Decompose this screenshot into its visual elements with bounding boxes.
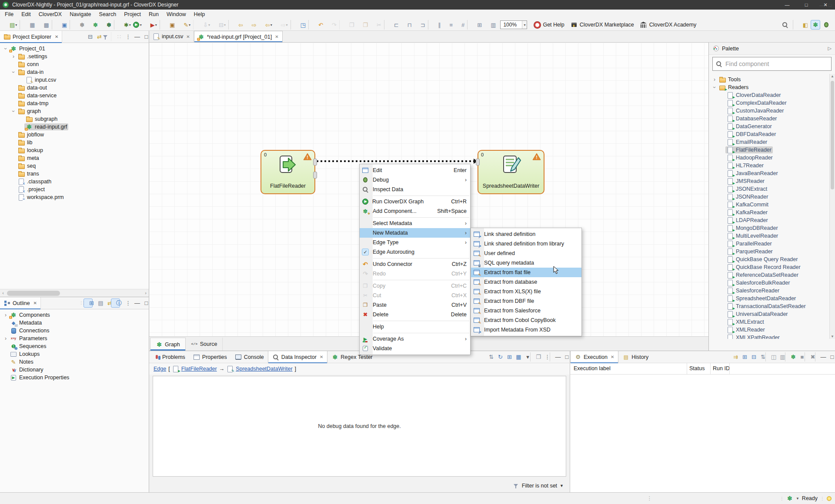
editor-tab[interactable]: *read-input.grf [Project_01] ✕	[194, 31, 283, 42]
palette-item[interactable]: HadoopReader	[709, 154, 829, 162]
academy-button[interactable]: CloverDX Academy	[637, 20, 699, 30]
palette-item[interactable]: ParallelReader	[709, 240, 829, 248]
palette-item[interactable]: MongoDBReader	[709, 224, 829, 232]
explorer-tree-item[interactable]: conn	[0, 60, 149, 68]
zoom-dropdown-icon[interactable]: ▾	[522, 21, 527, 29]
view-tab[interactable]: Execution ✕	[570, 351, 618, 363]
align-center-button[interactable]: ⊓	[400, 20, 413, 30]
table-view-button[interactable]: ▦	[511, 352, 520, 361]
scroll-right-icon[interactable]: ›	[143, 290, 149, 295]
submenu-item[interactable]: Extract from Cobol CopyBook	[471, 315, 581, 325]
auto-layout-button[interactable]: #	[454, 20, 465, 30]
context-menu-item[interactable]: Run CloverDX Graph Ctrl+R	[360, 197, 470, 206]
maximize-button[interactable]: □	[138, 32, 147, 41]
get-help-button[interactable]: Get Help	[531, 20, 567, 30]
vertical-scrollbar[interactable]: ▲ ▼	[829, 74, 835, 339]
expander-icon[interactable]	[10, 69, 17, 75]
expander-icon[interactable]	[3, 46, 9, 52]
context-menu-item[interactable]: Edit Enter	[360, 166, 470, 175]
maximize-button[interactable]: □	[559, 352, 568, 361]
palette-item[interactable]: JMSReader	[709, 177, 829, 185]
explorer-tree-item[interactable]: read-input.grf	[0, 123, 149, 131]
clover-server-button[interactable]: ✽	[70, 20, 85, 30]
outline-item[interactable]: Connections	[0, 327, 149, 335]
view-tab[interactable]: Console	[231, 351, 268, 363]
breadcrumb-from-link[interactable]: FlatFileReader	[181, 366, 217, 372]
context-menu-item[interactable]: Validate	[360, 344, 470, 353]
context-menu-item[interactable]: Cut Ctrl+X	[360, 291, 470, 300]
explorer-tree-item[interactable]: jobflow	[0, 131, 149, 139]
context-menu-item[interactable]: Paste Ctrl+V	[360, 300, 470, 310]
explorer-tree-item[interactable]: trans	[0, 170, 149, 178]
menu-item[interactable]: File	[1, 10, 17, 19]
expander-icon[interactable]	[10, 53, 17, 60]
outline-item[interactable]: Metadata	[0, 319, 149, 327]
explorer-tree-item[interactable]: seq	[0, 162, 149, 170]
debug-perspective-button[interactable]	[822, 20, 831, 30]
window-minimize-button[interactable]: —	[778, 0, 797, 10]
close-icon[interactable]: ✕	[33, 301, 37, 305]
palette-item[interactable]: EmailReader	[709, 138, 829, 146]
scrollbar-thumb[interactable]	[7, 291, 60, 296]
submenu-item[interactable]: Extract from DBF file	[471, 296, 581, 306]
outline-item[interactable]: Dictionary	[0, 366, 149, 374]
hierarchy-button[interactable]: ⊟ ▾	[211, 20, 227, 30]
view-options-button[interactable]: ▾	[520, 352, 529, 361]
palette-item[interactable]: UniversalDataReader	[709, 310, 829, 318]
chevron-down-icon[interactable]: ▼	[560, 484, 564, 488]
palette-item[interactable]: XMLXPathReader	[709, 334, 829, 339]
input-port[interactable]	[476, 159, 480, 166]
align-left-button[interactable]: ⊏	[384, 20, 400, 30]
submenu-item[interactable]: Link shared definition	[471, 229, 581, 239]
menu-item[interactable]: Navigate	[66, 10, 95, 19]
copy-button[interactable]: ❐	[339, 20, 355, 30]
palette-item[interactable]: TransactionalDataSetReader	[709, 302, 829, 310]
run-button[interactable]: ✽	[785, 352, 794, 361]
flatfilereader-node[interactable]: 0 ! FlatFileReader	[261, 150, 315, 194]
close-icon[interactable]: ✕	[611, 355, 614, 359]
expander-icon[interactable]	[3, 312, 9, 318]
view-menu-button[interactable]: ⋮	[539, 352, 548, 361]
save-all-button[interactable]: ▩	[36, 20, 50, 30]
view-tab[interactable]: Properties	[189, 351, 231, 363]
drag-handle-icon[interactable]: ⋮	[647, 495, 653, 501]
menu-item[interactable]: CloverDX	[35, 10, 66, 19]
explorer-tree-item[interactable]: input.csv	[0, 76, 149, 84]
palette-item[interactable]: DatabaseReader	[709, 115, 829, 123]
maximize-button[interactable]: □	[824, 352, 833, 361]
zoom-select[interactable]: 100% ▾	[500, 20, 527, 29]
scroll-down-icon[interactable]: ▼	[830, 335, 835, 338]
explorer-tree-item[interactable]: data-out	[0, 84, 149, 92]
palette-item[interactable]: HL7Reader	[709, 162, 829, 169]
engine-status-icon[interactable]	[786, 495, 793, 502]
collapse-palette-icon[interactable]: ▷	[828, 46, 832, 51]
context-menu-item[interactable]: Copy Ctrl+C	[360, 281, 470, 291]
outline-item[interactable]: Lookups	[0, 350, 149, 358]
palette-item[interactable]: FlatFileReader	[709, 146, 829, 154]
palette-item[interactable]: CustomJavaReader	[709, 107, 829, 115]
submenu-item[interactable]: Extract from flat file	[471, 268, 581, 277]
expander-icon[interactable]	[711, 84, 718, 90]
window-maximize-button[interactable]: □	[797, 0, 816, 10]
menu-item[interactable]: Search	[95, 10, 120, 19]
outline-item[interactable]: Notes	[0, 358, 149, 366]
explorer-tree-item[interactable]: workspace.prm	[0, 193, 149, 201]
minimize-button[interactable]: —	[815, 352, 824, 361]
sort-button[interactable]: ⇅	[755, 352, 764, 361]
scroll-left-icon[interactable]: ‹	[0, 290, 6, 295]
outline-item[interactable]: Sequences	[0, 342, 149, 350]
context-menu-item[interactable]: Help	[360, 322, 470, 332]
palette-item[interactable]: Readers	[709, 83, 829, 91]
next-marker-button[interactable]: ⇨	[244, 20, 257, 30]
explorer-tree-item[interactable]: lookup	[0, 146, 149, 154]
new-button[interactable]: ▤ ▾	[2, 20, 18, 30]
close-icon[interactable]: ✕	[55, 34, 58, 39]
explorer-tree-item[interactable]: lib	[0, 139, 149, 146]
palette-item[interactable]: QuickBase Query Reader	[709, 255, 829, 263]
outline-item[interactable]: Execution Properties	[0, 374, 149, 381]
menu-item[interactable]: Help	[190, 10, 209, 19]
minimize-button[interactable]: —	[129, 32, 138, 41]
graph-source-tab[interactable]: Source	[186, 338, 223, 351]
horizontal-scrollbar[interactable]: ‹ ›	[0, 289, 149, 297]
submenu-item[interactable]: Link shared definition from library	[471, 239, 581, 249]
